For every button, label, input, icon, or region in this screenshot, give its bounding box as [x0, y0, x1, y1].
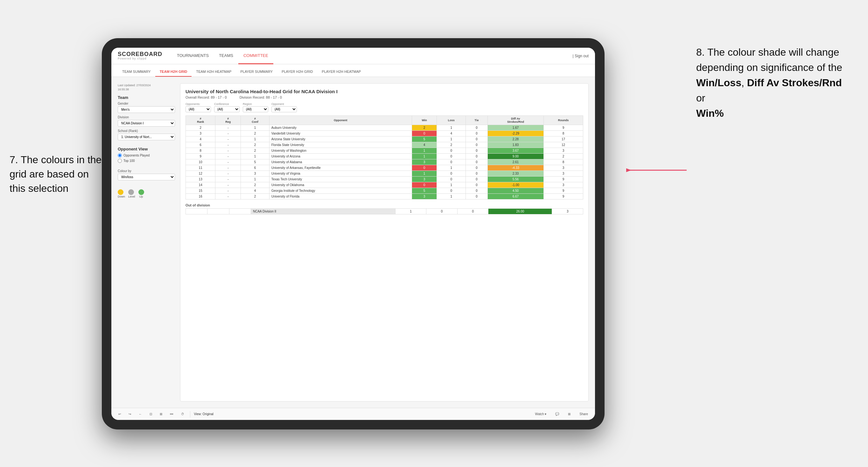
nav-tournaments[interactable]: TOURNAMENTS	[172, 48, 214, 64]
nav-teams[interactable]: TEAMS	[214, 48, 238, 64]
redo-button[interactable]: ↪	[127, 411, 133, 417]
arrow-right-icon	[626, 165, 690, 175]
cell-win: 5	[412, 188, 437, 194]
cell-win: 0	[412, 131, 437, 136]
cell-rank: 3	[186, 131, 215, 136]
toolbar: ↩ ↪ ← ⊡ ⊞ ••• ⏱ View: Original Watch ▾ 💬…	[111, 408, 595, 420]
table-row: 13 - 1 Texas Tech University 3 0 0 5.56 …	[186, 177, 583, 182]
cell-reg: -	[215, 194, 241, 199]
cell-rank: 12	[186, 171, 215, 177]
cell-rank: 11	[186, 165, 215, 171]
cell-win: 1	[412, 171, 437, 177]
region-select[interactable]: (All)	[243, 106, 268, 112]
cell-diff: 2.28	[488, 136, 544, 142]
cell-rank: 9	[186, 154, 215, 159]
cell-diff: 5.56	[488, 177, 544, 182]
cell-tie: 0	[466, 154, 488, 159]
radio-opponents-played[interactable]: Opponents Played	[118, 153, 175, 157]
cell-opponent: Auburn University	[269, 125, 412, 131]
cell-tie: 0	[466, 165, 488, 171]
clock-button[interactable]: ⏱	[179, 411, 186, 417]
colour-legend: Down Level Up	[118, 189, 175, 198]
share-button[interactable]: Share	[578, 411, 590, 417]
opponent-view-title: Opponent View	[118, 147, 175, 151]
back-button[interactable]: ←	[137, 411, 144, 417]
cell-opponent: Georgia Institute of Technology	[269, 188, 412, 194]
sub-nav-team-summary[interactable]: TEAM SUMMARY	[118, 70, 155, 77]
cell-tie: 0	[466, 194, 488, 199]
cell-reg: -	[215, 142, 241, 148]
sub-nav-player-summary[interactable]: PLAYER SUMMARY	[236, 70, 277, 77]
cell-reg: -	[215, 182, 241, 188]
cell-diff: 2.61	[488, 159, 544, 165]
conference-filter: Conference (All)	[214, 102, 240, 112]
opponent-select[interactable]: (All)	[271, 106, 297, 112]
grid-button[interactable]: ⊞	[566, 411, 572, 417]
col-tie: Tie	[466, 116, 488, 125]
school-select[interactable]: 1. University of Nort...	[118, 134, 175, 140]
crop-button[interactable]: ⊡	[148, 411, 154, 417]
sub-nav-team-h2h-heatmap[interactable]: TEAM H2H HEATMAP	[191, 70, 236, 77]
table-row: 4 - 1 Arizona State University 5 1 0 2.2…	[186, 136, 583, 142]
col-win: Win	[412, 116, 437, 125]
left-panel: Last Updated: 27/03/2024 16:55:38 Team G…	[118, 83, 175, 402]
logo: SCOREBOARD Powered by clippd	[118, 51, 162, 61]
radio-top100[interactable]: Top 100	[118, 159, 175, 163]
cell-conf: 2	[241, 131, 269, 136]
copy-button[interactable]: ⊞	[158, 411, 164, 417]
watch-button[interactable]: Watch ▾	[533, 411, 549, 417]
col-rounds: Rounds	[544, 116, 583, 125]
tablet-device: SCOREBOARD Powered by clippd TOURNAMENTS…	[102, 38, 604, 430]
cell-tie: 0	[466, 131, 488, 136]
opponents-select[interactable]: (All)	[186, 106, 211, 112]
cell-rank: 10	[186, 159, 215, 165]
table-row: 16 - 2 University of Florida 3 1 0 6.67 …	[186, 194, 583, 199]
sub-nav-player-h2h-heatmap[interactable]: PLAYER H2H HEATMAP	[317, 70, 365, 77]
legend-up-dot	[138, 189, 144, 195]
cell-tie: 0	[466, 171, 488, 177]
cell-rounds: 9	[544, 188, 583, 194]
undo-button[interactable]: ↩	[117, 411, 123, 417]
toolbar-divider	[190, 411, 190, 417]
cell-rank: 13	[186, 177, 215, 182]
annotation-right: 8. The colour shade will change dependin…	[696, 44, 849, 121]
cell-win: 2	[412, 125, 437, 131]
sub-nav-team-h2h-grid[interactable]: TEAM H2H GRID	[155, 70, 192, 77]
cell-rank: 6	[186, 142, 215, 148]
cell-loss: 1	[437, 165, 466, 171]
ood-cell-tie: 0	[457, 209, 488, 214]
cell-opponent: University of Arizona	[269, 154, 412, 159]
cell-loss: 0	[437, 177, 466, 182]
cell-conf: 3	[241, 171, 269, 177]
region-filter: Region (All)	[243, 102, 268, 112]
conference-select[interactable]: (All)	[214, 106, 240, 112]
ood-cell-rank	[186, 209, 208, 214]
division-select[interactable]: NCAA Division I	[118, 120, 175, 127]
gender-select[interactable]: Men's	[118, 106, 175, 113]
more-button[interactable]: •••	[168, 411, 175, 417]
cell-opponent: Texas Tech University	[269, 177, 412, 182]
col-reg: #Reg	[215, 116, 241, 125]
table-row: 15 - 4 Georgia Institute of Technology 5…	[186, 188, 583, 194]
cell-win: 3	[412, 194, 437, 199]
legend-level-dot	[128, 189, 134, 195]
colour-by-select[interactable]: Win/loss	[118, 174, 175, 180]
cell-loss: 0	[437, 159, 466, 165]
cell-diff: 6.67	[488, 194, 544, 199]
cell-rounds: 2	[544, 154, 583, 159]
cell-diff: 4.50	[488, 188, 544, 194]
cell-conf: 2	[241, 194, 269, 199]
cell-win: 4	[412, 142, 437, 148]
cell-conf: 2	[241, 148, 269, 154]
sub-nav-player-h2h-grid[interactable]: PLAYER H2H GRID	[277, 70, 317, 77]
cell-opponent: University of Virginia	[269, 171, 412, 177]
cell-opponent: University of Florida	[269, 194, 412, 199]
nav-committee[interactable]: COMMITTEE	[238, 48, 273, 64]
last-updated: Last Updated: 27/03/2024 16:55:38	[118, 83, 175, 91]
cell-tie: 0	[466, 142, 488, 148]
filter-row: Opponents: (All) Conference (All) Region	[186, 102, 583, 112]
col-diff: Diff AvStrokes/Rnd	[488, 116, 544, 125]
cell-opponent: University of Alabama	[269, 159, 412, 165]
sign-out-link[interactable]: | Sign out	[573, 54, 589, 58]
feedback-button[interactable]: 💬	[553, 411, 561, 417]
